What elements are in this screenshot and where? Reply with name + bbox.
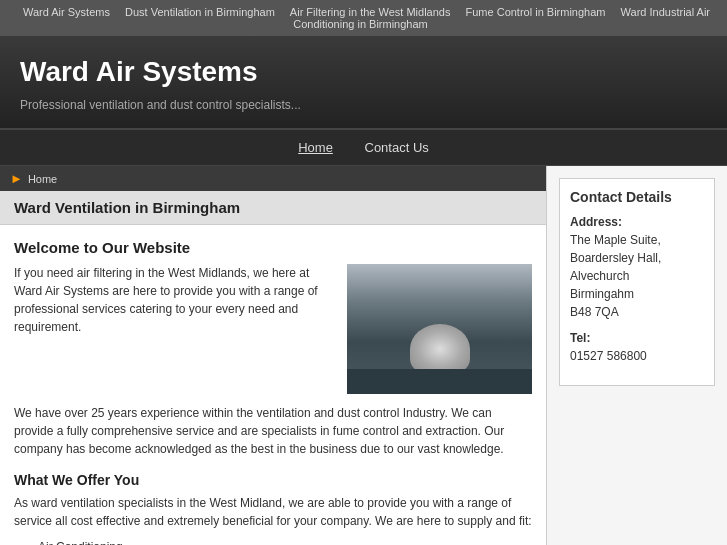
content-wrapper: ► Home Ward Ventilation in Birmingham We… — [0, 166, 727, 545]
body-para2: We have over 25 years experience within … — [14, 404, 532, 458]
breadcrumb-arrow-icon: ► — [10, 171, 23, 186]
tel-value: 01527 586800 — [570, 347, 704, 365]
intro-section: If you need air filtering in the West Mi… — [14, 264, 532, 394]
site-title: Ward Air Systems — [20, 56, 707, 88]
address-label: Address: — [570, 215, 704, 229]
topnav-link-1[interactable]: Ward Air Systems — [23, 6, 110, 18]
factory-image — [347, 264, 532, 394]
page-heading: Ward Ventilation in Birmingham — [0, 191, 546, 225]
main-column: ► Home Ward Ventilation in Birmingham We… — [0, 166, 547, 545]
address-value: The Maple Suite, Boardersley Hall, Alvec… — [570, 231, 704, 321]
top-nav-bar: Ward Air Systems Dust Ventilation in Bir… — [0, 0, 727, 36]
intro-text: If you need air filtering in the West Mi… — [14, 264, 335, 394]
list-item: Air Conditioning — [38, 540, 532, 545]
main-content: Welcome to Our Website If you need air f… — [0, 225, 546, 545]
offer-title: What We Offer You — [14, 472, 532, 488]
main-navigation: Home Contact Us — [0, 130, 727, 166]
topnav-link-3[interactable]: Air Filtering in the West Midlands — [290, 6, 451, 18]
topnav-link-2[interactable]: Dust Ventilation in Birmingham — [125, 6, 275, 18]
services-list-section: Air Conditioning — [14, 540, 532, 545]
site-header: Ward Air Systems Professional ventilatio… — [0, 36, 727, 130]
right-sidebar: Contact Details Address: The Maple Suite… — [547, 166, 727, 545]
nav-contact[interactable]: Contact Us — [365, 140, 429, 155]
tel-label: Tel: — [570, 331, 704, 345]
contact-details-box: Contact Details Address: The Maple Suite… — [559, 178, 715, 386]
offer-text: As ward ventilation specialists in the W… — [14, 494, 532, 530]
services-list: Air Conditioning — [14, 540, 532, 545]
topnav-link-4[interactable]: Fume Control in Birmingham — [466, 6, 606, 18]
breadcrumb-bar: ► Home — [0, 166, 546, 191]
site-subtitle: Professional ventilation and dust contro… — [20, 98, 707, 112]
nav-home[interactable]: Home — [298, 140, 333, 155]
welcome-title: Welcome to Our Website — [14, 239, 532, 256]
breadcrumb-home-link[interactable]: Home — [28, 173, 57, 185]
intro-para1: If you need air filtering in the West Mi… — [14, 264, 335, 336]
contact-box-title: Contact Details — [570, 189, 704, 205]
